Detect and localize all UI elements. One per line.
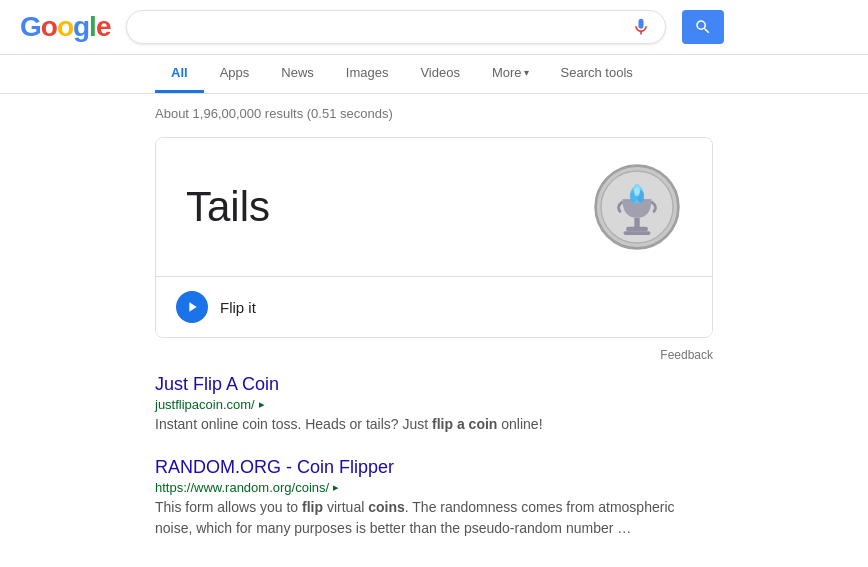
svg-rect-4 [634, 218, 639, 229]
google-logo: Google [20, 11, 110, 43]
feedback-row: Feedback [155, 342, 713, 374]
result-2-bold-1: flip [302, 499, 323, 515]
results-area: About 1,96,00,000 results (0.51 seconds)… [0, 94, 868, 567]
search-button[interactable] [682, 10, 724, 44]
result-2-title[interactable]: RANDOM.ORG - Coin Flipper [155, 457, 713, 478]
tab-search-tools[interactable]: Search tools [545, 55, 649, 93]
search-input[interactable]: Flip a coin [141, 18, 623, 36]
widget-footer: Flip it [156, 276, 712, 337]
result-2-url-row: https://www.random.org/coins/ ▸ [155, 480, 713, 495]
tab-videos[interactable]: Videos [404, 55, 476, 93]
logo-letter-g2: g [73, 11, 89, 42]
search-icon [694, 18, 712, 36]
widget-main: Tails [156, 138, 712, 276]
nav-tabs: All Apps News Images Videos More ▾ Searc… [0, 55, 868, 94]
result-1-bold-1: flip a coin [432, 416, 497, 432]
result-1-url: justflipacoin.com/ [155, 397, 255, 412]
logo-letter-o2: o [57, 11, 73, 42]
tab-news[interactable]: News [265, 55, 330, 93]
result-2-url-arrow: ▸ [333, 481, 339, 494]
logo-letter-o1: o [41, 11, 57, 42]
coin-result: Tails [186, 183, 270, 231]
logo-letter-g: G [20, 11, 41, 42]
result-2-snippet: This form allows you to flip virtual coi… [155, 497, 713, 539]
search-result-1: Just Flip A Coin justflipacoin.com/ ▸ In… [155, 374, 713, 435]
mic-icon[interactable] [631, 17, 651, 37]
logo-letter-e: e [96, 11, 111, 42]
tab-images[interactable]: Images [330, 55, 405, 93]
flip-it-label: Flip it [220, 299, 256, 316]
more-dropdown-arrow: ▾ [524, 67, 529, 78]
coin-image [592, 162, 682, 252]
coin-flip-widget: Tails [155, 137, 713, 338]
svg-rect-3 [624, 231, 651, 235]
svg-point-9 [634, 187, 639, 196]
result-1-snippet: Instant online coin toss. Heads or tails… [155, 414, 713, 435]
logo-letter-l: l [89, 11, 96, 42]
search-box: Flip a coin [126, 10, 666, 44]
result-1-url-arrow: ▸ [259, 398, 265, 411]
header: Google Flip a coin [0, 0, 868, 55]
flip-it-button[interactable] [176, 291, 208, 323]
feedback-text[interactable]: Feedback [660, 348, 713, 362]
result-1-title[interactable]: Just Flip A Coin [155, 374, 713, 395]
result-1-url-row: justflipacoin.com/ ▸ [155, 397, 713, 412]
tab-all[interactable]: All [155, 55, 204, 93]
tab-apps[interactable]: Apps [204, 55, 266, 93]
flip-arrow-icon [184, 299, 200, 315]
search-result-2: RANDOM.ORG - Coin Flipper https://www.ra… [155, 457, 713, 539]
tab-more[interactable]: More ▾ [476, 55, 545, 93]
result-2-bold-2: coins [368, 499, 405, 515]
results-count: About 1,96,00,000 results (0.51 seconds) [155, 106, 713, 121]
result-2-url: https://www.random.org/coins/ [155, 480, 329, 495]
